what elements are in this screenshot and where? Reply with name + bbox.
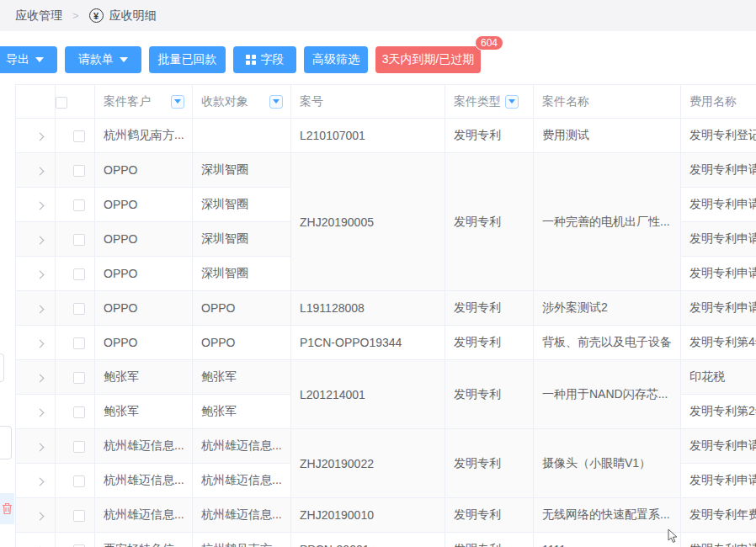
payee-cell: OPPO [193, 326, 291, 360]
expand-cell [16, 222, 56, 257]
case-no-link[interactable]: L210107001 [291, 119, 445, 153]
customer-cell: OPPO [95, 188, 193, 222]
row-checkbox[interactable] [73, 234, 85, 246]
col-label: 案件客户 [104, 94, 151, 109]
case-no-link[interactable]: ZHJ20190022 [291, 429, 445, 498]
expand-icon[interactable] [35, 305, 44, 314]
col-label: 案号 [300, 94, 323, 109]
mouse-cursor [668, 528, 679, 544]
expand-cell [16, 395, 56, 429]
batch-received-button[interactable]: 批量已回款 [149, 46, 226, 73]
expand-icon[interactable] [35, 443, 44, 452]
case-name-cell: 摄像头（小眼睛V1） [534, 429, 681, 498]
chevron-down-icon [120, 57, 128, 62]
row-checkbox[interactable] [73, 406, 85, 418]
payment-request-label: 请款单 [78, 52, 114, 67]
row-checkbox[interactable] [73, 303, 85, 315]
expand-icon[interactable] [35, 340, 44, 348]
case-no-link[interactable]: ZHJ20190005 [291, 153, 445, 291]
due-soon-button[interactable]: 3天内到期/已过期 604 [375, 46, 481, 73]
case-name-cell: 一种完善的电机出厂性... [534, 153, 681, 291]
case-type-cell: 发明专利 [445, 291, 534, 326]
advanced-filter-label: 高级筛选 [312, 52, 359, 67]
row-checkbox[interactable] [73, 372, 85, 384]
case-no-link[interactable]: PPCN-20001 [291, 533, 445, 547]
case-name-cell: 无线网络的快速配置系... [534, 498, 681, 533]
fields-button[interactable]: 字段 [233, 46, 296, 73]
fee-name-cell: 发明专利登记费 [681, 119, 756, 153]
case-name-cell: 1111 [534, 533, 681, 547]
checkbox-cell [56, 360, 95, 395]
filter-icon[interactable] [505, 95, 519, 109]
cutoff-row-fragment [0, 493, 14, 524]
table-row: OPPO 深圳智圈 ZHJ20190005 发明专利 一种完善的电机出厂性...… [16, 153, 756, 188]
select-all-checkbox[interactable] [56, 97, 67, 109]
expand-icon[interactable] [35, 167, 44, 176]
expand-cell [16, 464, 56, 498]
expand-icon[interactable] [35, 374, 44, 383]
row-checkbox[interactable] [73, 441, 85, 453]
expand-icon[interactable] [35, 236, 44, 245]
expand-icon[interactable] [35, 271, 44, 279]
advanced-filter-button[interactable]: 高级筛选 [304, 46, 368, 73]
col-header-customer: 案件客户 [95, 85, 193, 119]
row-checkbox[interactable] [73, 510, 85, 522]
col-header-case-name: 案件名称 [534, 85, 681, 119]
payee-cell: 杭州雄迈信息... [193, 464, 291, 498]
filter-icon[interactable] [171, 95, 184, 109]
fee-name-cell: 发明专利申请费 [681, 153, 756, 188]
expand-icon[interactable] [35, 133, 44, 141]
checkbox-cell [56, 153, 95, 188]
case-no-link[interactable]: L201214001 [291, 360, 445, 429]
export-button[interactable]: 导出 [0, 46, 57, 73]
table-row: OPPO OPPO P1CN-OPPO19344 发明专利 背板、前壳以及电子设… [16, 326, 756, 360]
row-checkbox[interactable] [73, 165, 85, 177]
payee-cell: OPPO [193, 291, 291, 326]
customer-cell: 杭州雄迈信息... [95, 429, 193, 464]
table-header-row: 案件客户 收款对象 案号 案件类型 案件名称 费用名称 [16, 85, 756, 119]
customer-cell: OPPO [95, 257, 193, 291]
expand-cell [16, 188, 56, 222]
case-type-cell: 发明专利 [445, 533, 534, 547]
checkbox-cell [56, 257, 95, 291]
customer-cell: 杭州雄迈信息... [95, 498, 193, 533]
row-checkbox[interactable] [73, 130, 85, 142]
row-checkbox[interactable] [73, 199, 85, 211]
expand-cell [16, 257, 56, 291]
expand-icon[interactable] [35, 512, 44, 521]
batch-received-label: 批量已回款 [158, 52, 217, 67]
fee-name-cell: 发明专利申请费 [681, 429, 756, 464]
filter-icon[interactable] [269, 95, 283, 109]
receivables-page: 应收管理 > ¥ 应收明细 导出 请款单 批量已回款 字段 高级筛选 [0, 0, 756, 547]
col-header-case-type: 案件类型 [445, 85, 534, 119]
row-checkbox[interactable] [73, 337, 85, 349]
case-name-cell: 背板、前壳以及电子设备 [534, 326, 681, 360]
payment-request-button[interactable]: 请款单 [65, 46, 141, 73]
breadcrumb-parent[interactable]: 应收管理 [15, 8, 62, 24]
payee-cell: 杭州雄迈信息... [193, 429, 291, 464]
case-type-cell: 发明专利 [445, 119, 534, 153]
expand-cell [16, 498, 56, 533]
case-no-link[interactable]: L191128008 [291, 291, 445, 326]
payee-cell: 深圳智圈 [193, 153, 291, 188]
expand-cell [16, 360, 56, 395]
payee-cell: 鲍张军 [193, 395, 291, 429]
fee-name-cell: 发明专利年费 [681, 498, 756, 533]
case-no-link[interactable]: P1CN-OPPO19344 [291, 326, 445, 360]
trash-icon[interactable] [2, 502, 13, 515]
table-row: OPPO OPPO L191128008 发明专利 涉外案测试2 发明专利申请费 [16, 291, 756, 326]
row-checkbox[interactable] [73, 475, 85, 487]
expand-icon[interactable] [35, 478, 44, 486]
table-row: 西安好特色信... 杭州鹤见南方... PPCN-20001 发明专利 1111… [16, 533, 756, 547]
checkbox-cell [56, 533, 95, 547]
payee-cell: 深圳智圈 [193, 222, 291, 257]
breadcrumb: 应收管理 > ¥ 应收明细 [0, 0, 756, 31]
table-row: 杭州雄迈信息... 杭州雄迈信息... ZHJ20190010 发明专利 无线网… [16, 498, 756, 533]
expand-cell [16, 153, 56, 188]
customer-cell: OPPO [95, 153, 193, 188]
expand-icon[interactable] [35, 202, 44, 210]
row-checkbox[interactable] [73, 268, 85, 280]
col-label: 案件类型 [454, 94, 501, 109]
expand-icon[interactable] [35, 409, 44, 417]
case-no-link[interactable]: ZHJ20190010 [291, 498, 445, 533]
